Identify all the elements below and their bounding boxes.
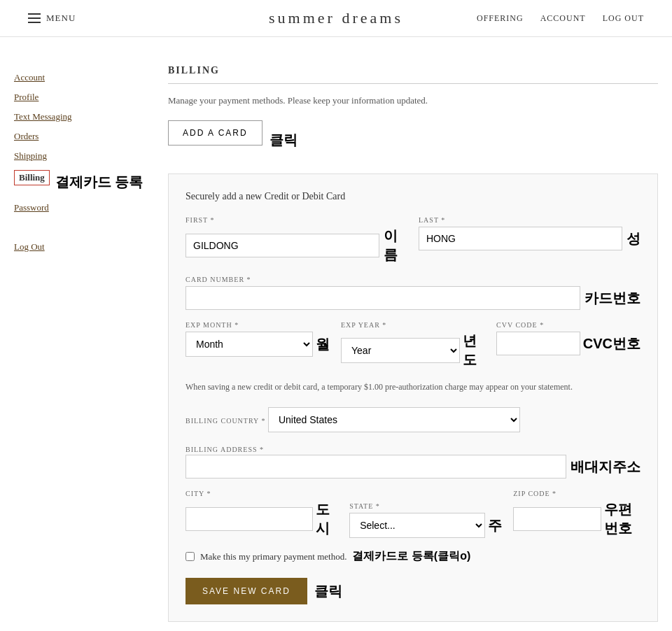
card-number-input[interactable] <box>186 286 580 310</box>
sidebar: Account Profile Text Messaging Orders Sh… <box>14 65 154 631</box>
sidebar-item-orders[interactable]: Orders <box>14 131 154 142</box>
zip-label: ZIP CODE * <box>513 490 640 497</box>
sidebar-item-account[interactable]: Account <box>14 72 154 83</box>
zip-annotation: 우편번호 <box>604 500 640 538</box>
card-number-row: CARD NUMBER * 카드번호 <box>186 276 640 310</box>
year-annotation: 년도 <box>463 332 485 369</box>
sidebar-item-password[interactable]: Password <box>14 202 154 213</box>
last-annotation: 성 <box>626 229 640 248</box>
add-card-annotation: 클릭 <box>270 131 298 150</box>
menu-label: MENU <box>46 13 76 24</box>
last-name-group: LAST * 성 <box>419 216 640 264</box>
menu-button[interactable]: MENU <box>28 13 76 24</box>
city-input[interactable] <box>186 507 313 531</box>
cvv-label: CVV CODE * <box>496 321 640 329</box>
first-name-input[interactable] <box>186 234 379 257</box>
main-content: BILLING Manage your payment methods. Ple… <box>154 65 658 631</box>
card-number-label: CARD NUMBER * <box>186 276 640 283</box>
billing-country-section: BILLING COUNTRY * United States Canada U… <box>186 407 640 432</box>
save-annotation: 클릭 <box>314 582 342 601</box>
cvv-input[interactable] <box>496 332 580 355</box>
billing-address-section: BILLING ADDRESS * 배대지주소 <box>186 444 640 478</box>
city-group: CITY * 도시 <box>186 490 338 538</box>
sidebar-item-text-messaging[interactable]: Text Messaging <box>14 111 154 122</box>
address-annotation: 배대지주소 <box>570 458 640 476</box>
zip-input[interactable] <box>513 507 601 531</box>
city-state-zip-row: CITY * 도시 STATE * Select... ALAKAZAR CAC… <box>186 490 640 538</box>
save-card-button[interactable]: SAVE NEW CARD <box>186 578 307 604</box>
exp-year-label: EXP YEAR * <box>341 321 485 329</box>
nav-account[interactable]: ACCOUNT <box>540 13 586 24</box>
first-label: FIRST * <box>186 216 407 224</box>
state-select[interactable]: Select... ALAKAZAR CACOCTDE FLGAHIID ILI… <box>349 513 485 538</box>
zip-group: ZIP CODE * 우편번호 <box>513 490 640 538</box>
header: MENU summer dreams OFFERING ACCOUNT LOG … <box>0 0 672 37</box>
name-row: FIRST * 이름 LAST * 성 <box>186 216 640 264</box>
billing-address-label: BILLING ADDRESS * <box>186 446 264 453</box>
primary-label: Make this my primary payment method. <box>200 551 346 562</box>
page-title: BILLING <box>168 65 658 84</box>
hamburger-icon <box>28 13 41 23</box>
sidebar-item-billing[interactable]: Billing <box>14 170 50 185</box>
primary-checkbox-row: Make this my primary payment method. 결제카… <box>186 549 640 564</box>
card-form-panel: Securely add a new Credit or Debit Card … <box>168 173 658 622</box>
card-number-annotation: 카드번호 <box>584 289 640 308</box>
primary-checkbox[interactable] <box>186 552 195 561</box>
primary-annotation: 결제카드로 등록(클릭o) <box>352 549 470 564</box>
sidebar-item-logout[interactable]: Log Out <box>14 241 154 253</box>
exp-year-select[interactable]: Year 202420252026 202720282029 2030 <box>341 338 460 363</box>
cvv-group: CVV CODE * CVC번호 <box>496 321 640 369</box>
state-group: STATE * Select... ALAKAZAR CACOCTDE FLGA… <box>349 502 502 538</box>
state-annotation: 주 <box>488 516 502 535</box>
cvv-annotation: CVC번호 <box>583 334 640 353</box>
last-name-input[interactable] <box>419 227 622 250</box>
sidebar-item-profile[interactable]: Profile <box>14 92 154 103</box>
temp-charge-note: When saving a new credit or debit card, … <box>186 381 640 393</box>
billing-country-select[interactable]: United States Canada United Kingdom Aust… <box>268 407 520 432</box>
header-nav: OFFERING ACCOUNT LOG OUT <box>477 13 644 24</box>
site-logo: summer dreams <box>269 9 403 27</box>
nav-offering[interactable]: OFFERING <box>477 13 524 24</box>
last-label: LAST * <box>419 216 640 224</box>
card-form-title: Securely add a new Credit or Debit Card <box>186 191 640 202</box>
billing-country-label: BILLING COUNTRY * <box>186 417 265 425</box>
city-label: CITY * <box>186 490 338 497</box>
page-layout: Account Profile Text Messaging Orders Sh… <box>0 37 672 631</box>
exp-year-group: EXP YEAR * Year 202420252026 20272028202… <box>341 321 485 369</box>
sidebar-item-shipping[interactable]: Shipping <box>14 150 154 162</box>
city-annotation: 도시 <box>316 500 339 538</box>
exp-month-label: EXP MONTH * <box>186 321 330 329</box>
month-annotation: 월 <box>316 335 330 354</box>
add-card-button[interactable]: ADD A CARD <box>168 120 262 146</box>
exp-month-select[interactable]: Month 010203 040506 070809 101112 <box>186 332 313 357</box>
billing-description: Manage your payment methods. Please keep… <box>168 95 658 106</box>
state-label: STATE * <box>349 502 502 510</box>
billing-annotation: 결제카드 등록 <box>55 173 144 192</box>
card-number-group: CARD NUMBER * 카드번호 <box>186 276 640 310</box>
billing-address-input[interactable] <box>186 455 566 478</box>
exp-cvv-row: EXP MONTH * Month 010203 040506 070809 1… <box>186 321 640 369</box>
first-annotation: 이름 <box>384 227 408 264</box>
nav-logout[interactable]: LOG OUT <box>603 13 644 24</box>
first-name-group: FIRST * 이름 <box>186 216 407 264</box>
exp-month-group: EXP MONTH * Month 010203 040506 070809 1… <box>186 321 330 369</box>
